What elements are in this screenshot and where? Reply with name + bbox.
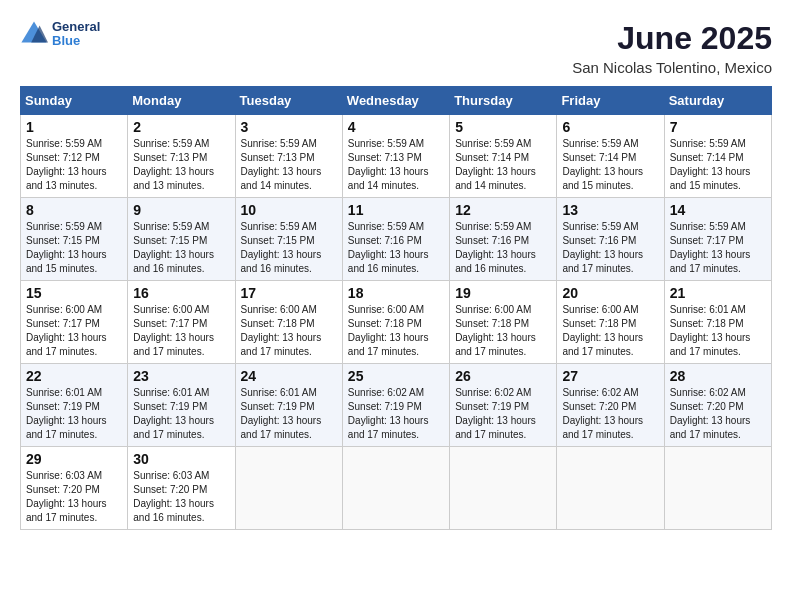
sunrise-label: Sunrise: 6:00 AM xyxy=(348,304,424,315)
day-info: Sunrise: 5:59 AM Sunset: 7:17 PM Dayligh… xyxy=(670,220,766,276)
logo-line1: General xyxy=(52,20,100,34)
daylight-label: Daylight: 13 hours and 16 minutes. xyxy=(348,249,429,274)
weekday-cell: Wednesday xyxy=(342,87,449,115)
sunrise-label: Sunrise: 5:59 AM xyxy=(455,221,531,232)
day-number: 21 xyxy=(670,285,766,301)
sunset-label: Sunset: 7:19 PM xyxy=(133,401,207,412)
sunset-label: Sunset: 7:17 PM xyxy=(133,318,207,329)
day-info: Sunrise: 6:02 AM Sunset: 7:19 PM Dayligh… xyxy=(455,386,551,442)
sunrise-label: Sunrise: 5:59 AM xyxy=(348,138,424,149)
daylight-label: Daylight: 13 hours and 17 minutes. xyxy=(26,332,107,357)
day-number: 25 xyxy=(348,368,444,384)
day-info: Sunrise: 5:59 AM Sunset: 7:13 PM Dayligh… xyxy=(348,137,444,193)
day-info: Sunrise: 6:01 AM Sunset: 7:19 PM Dayligh… xyxy=(133,386,229,442)
daylight-label: Daylight: 13 hours and 16 minutes. xyxy=(455,249,536,274)
sunset-label: Sunset: 7:12 PM xyxy=(26,152,100,163)
day-number: 12 xyxy=(455,202,551,218)
sunrise-label: Sunrise: 6:00 AM xyxy=(133,304,209,315)
daylight-label: Daylight: 13 hours and 17 minutes. xyxy=(133,415,214,440)
sunset-label: Sunset: 7:19 PM xyxy=(26,401,100,412)
day-number: 17 xyxy=(241,285,337,301)
day-number: 6 xyxy=(562,119,658,135)
daylight-label: Daylight: 13 hours and 17 minutes. xyxy=(562,249,643,274)
calendar-day-cell: 5 Sunrise: 5:59 AM Sunset: 7:14 PM Dayli… xyxy=(450,115,557,198)
day-number: 7 xyxy=(670,119,766,135)
day-info: Sunrise: 6:01 AM Sunset: 7:19 PM Dayligh… xyxy=(26,386,122,442)
calendar-day-cell xyxy=(557,447,664,530)
day-number: 5 xyxy=(455,119,551,135)
month-title: June 2025 xyxy=(572,20,772,57)
daylight-label: Daylight: 13 hours and 14 minutes. xyxy=(241,166,322,191)
day-number: 27 xyxy=(562,368,658,384)
day-info: Sunrise: 6:03 AM Sunset: 7:20 PM Dayligh… xyxy=(26,469,122,525)
sunset-label: Sunset: 7:13 PM xyxy=(133,152,207,163)
calendar-day-cell: 23 Sunrise: 6:01 AM Sunset: 7:19 PM Dayl… xyxy=(128,364,235,447)
daylight-label: Daylight: 13 hours and 13 minutes. xyxy=(133,166,214,191)
location-title: San Nicolas Tolentino, Mexico xyxy=(572,59,772,76)
calendar-day-cell: 18 Sunrise: 6:00 AM Sunset: 7:18 PM Dayl… xyxy=(342,281,449,364)
daylight-label: Daylight: 13 hours and 17 minutes. xyxy=(26,498,107,523)
weekday-cell: Sunday xyxy=(21,87,128,115)
day-number: 24 xyxy=(241,368,337,384)
calendar-day-cell: 16 Sunrise: 6:00 AM Sunset: 7:17 PM Dayl… xyxy=(128,281,235,364)
calendar-day-cell: 2 Sunrise: 5:59 AM Sunset: 7:13 PM Dayli… xyxy=(128,115,235,198)
day-number: 22 xyxy=(26,368,122,384)
day-info: Sunrise: 6:00 AM Sunset: 7:17 PM Dayligh… xyxy=(133,303,229,359)
weekday-cell: Monday xyxy=(128,87,235,115)
sunrise-label: Sunrise: 6:02 AM xyxy=(670,387,746,398)
calendar-day-cell xyxy=(664,447,771,530)
day-info: Sunrise: 5:59 AM Sunset: 7:15 PM Dayligh… xyxy=(133,220,229,276)
sunset-label: Sunset: 7:17 PM xyxy=(670,235,744,246)
calendar-day-cell: 8 Sunrise: 5:59 AM Sunset: 7:15 PM Dayli… xyxy=(21,198,128,281)
sunrise-label: Sunrise: 6:02 AM xyxy=(348,387,424,398)
sunrise-label: Sunrise: 6:03 AM xyxy=(133,470,209,481)
daylight-label: Daylight: 13 hours and 13 minutes. xyxy=(26,166,107,191)
sunset-label: Sunset: 7:17 PM xyxy=(26,318,100,329)
day-info: Sunrise: 5:59 AM Sunset: 7:13 PM Dayligh… xyxy=(241,137,337,193)
calendar-day-cell: 28 Sunrise: 6:02 AM Sunset: 7:20 PM Dayl… xyxy=(664,364,771,447)
sunrise-label: Sunrise: 6:02 AM xyxy=(562,387,638,398)
day-info: Sunrise: 5:59 AM Sunset: 7:16 PM Dayligh… xyxy=(562,220,658,276)
sunset-label: Sunset: 7:15 PM xyxy=(26,235,100,246)
day-number: 18 xyxy=(348,285,444,301)
sunset-label: Sunset: 7:20 PM xyxy=(133,484,207,495)
sunrise-label: Sunrise: 6:02 AM xyxy=(455,387,531,398)
day-number: 16 xyxy=(133,285,229,301)
daylight-label: Daylight: 13 hours and 17 minutes. xyxy=(348,332,429,357)
day-number: 8 xyxy=(26,202,122,218)
sunrise-label: Sunrise: 5:59 AM xyxy=(455,138,531,149)
calendar-day-cell xyxy=(450,447,557,530)
calendar-day-cell: 9 Sunrise: 5:59 AM Sunset: 7:15 PM Dayli… xyxy=(128,198,235,281)
daylight-label: Daylight: 13 hours and 17 minutes. xyxy=(455,415,536,440)
calendar-day-cell: 17 Sunrise: 6:00 AM Sunset: 7:18 PM Dayl… xyxy=(235,281,342,364)
day-info: Sunrise: 5:59 AM Sunset: 7:12 PM Dayligh… xyxy=(26,137,122,193)
daylight-label: Daylight: 13 hours and 17 minutes. xyxy=(455,332,536,357)
calendar-day-cell: 15 Sunrise: 6:00 AM Sunset: 7:17 PM Dayl… xyxy=(21,281,128,364)
day-info: Sunrise: 5:59 AM Sunset: 7:14 PM Dayligh… xyxy=(562,137,658,193)
calendar-day-cell: 1 Sunrise: 5:59 AM Sunset: 7:12 PM Dayli… xyxy=(21,115,128,198)
day-info: Sunrise: 6:01 AM Sunset: 7:19 PM Dayligh… xyxy=(241,386,337,442)
sunset-label: Sunset: 7:20 PM xyxy=(562,401,636,412)
daylight-label: Daylight: 13 hours and 16 minutes. xyxy=(133,498,214,523)
calendar-day-cell: 21 Sunrise: 6:01 AM Sunset: 7:18 PM Dayl… xyxy=(664,281,771,364)
sunset-label: Sunset: 7:19 PM xyxy=(455,401,529,412)
daylight-label: Daylight: 13 hours and 15 minutes. xyxy=(562,166,643,191)
sunrise-label: Sunrise: 5:59 AM xyxy=(562,138,638,149)
calendar-day-cell: 24 Sunrise: 6:01 AM Sunset: 7:19 PM Dayl… xyxy=(235,364,342,447)
sunrise-label: Sunrise: 6:01 AM xyxy=(670,304,746,315)
calendar-day-cell: 30 Sunrise: 6:03 AM Sunset: 7:20 PM Dayl… xyxy=(128,447,235,530)
weekday-cell: Friday xyxy=(557,87,664,115)
calendar-week-row: 1 Sunrise: 5:59 AM Sunset: 7:12 PM Dayli… xyxy=(21,115,772,198)
day-info: Sunrise: 6:00 AM Sunset: 7:17 PM Dayligh… xyxy=(26,303,122,359)
day-number: 4 xyxy=(348,119,444,135)
weekday-cell: Saturday xyxy=(664,87,771,115)
sunset-label: Sunset: 7:19 PM xyxy=(348,401,422,412)
day-info: Sunrise: 5:59 AM Sunset: 7:15 PM Dayligh… xyxy=(241,220,337,276)
logo: General Blue xyxy=(20,20,100,49)
calendar: SundayMondayTuesdayWednesdayThursdayFrid… xyxy=(20,86,772,530)
sunset-label: Sunset: 7:20 PM xyxy=(670,401,744,412)
sunset-label: Sunset: 7:14 PM xyxy=(455,152,529,163)
sunrise-label: Sunrise: 6:00 AM xyxy=(562,304,638,315)
calendar-day-cell: 20 Sunrise: 6:00 AM Sunset: 7:18 PM Dayl… xyxy=(557,281,664,364)
sunrise-label: Sunrise: 6:01 AM xyxy=(241,387,317,398)
